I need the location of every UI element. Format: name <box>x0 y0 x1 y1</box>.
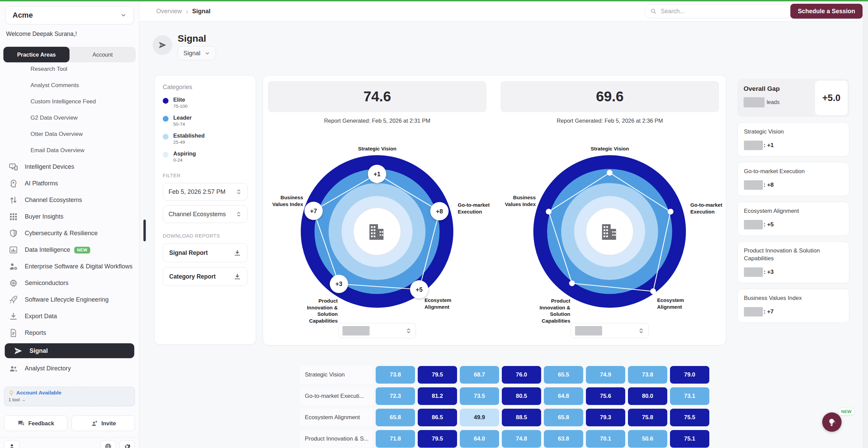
org-selector[interactable]: Acme <box>5 6 134 24</box>
grid-icon <box>9 212 18 221</box>
heat-cell[interactable]: 75.8 <box>628 409 667 426</box>
heat-cell[interactable]: 49.9 <box>460 409 499 426</box>
heat-cell[interactable]: 80.5 <box>502 387 541 405</box>
legend-range: 25-49 <box>173 140 205 145</box>
heat-cell[interactable]: 73.8 <box>628 366 667 384</box>
page-scrollbar[interactable] <box>863 1 868 448</box>
profile-button[interactable] <box>4 440 20 448</box>
heat-cell[interactable]: 65.5 <box>544 366 583 384</box>
account-available-card[interactable]: Account Available 1 tool → <box>4 387 135 406</box>
settings-button[interactable] <box>119 440 135 448</box>
sidebar-item-enterprise-software-digital-workflows[interactable]: Enterprise Software & Digital Workflows <box>0 258 139 275</box>
sidebar-subitem-g2-data-overview[interactable]: G2 Data Overview <box>0 110 139 126</box>
heat-cell[interactable]: 75.6 <box>586 387 625 405</box>
sidebar-item-ai-platforms[interactable]: AI Platforms <box>0 175 139 192</box>
sidebar-subitem-research-tool[interactable]: Research Tool <box>0 64 139 77</box>
legend-dot <box>163 152 169 158</box>
overall-gap-leads-text: leads <box>767 99 780 105</box>
radar-node <box>668 209 673 215</box>
sidebar-item-software-lifecycle-engineering[interactable]: Software Lifecycle Engineering <box>0 291 139 308</box>
heat-cell[interactable]: 81.2 <box>418 387 457 405</box>
heat-cell[interactable]: 71.8 <box>376 430 415 448</box>
breadcrumb-overview[interactable]: Overview <box>156 8 182 15</box>
legend-item-aspiring[interactable]: Aspiring0-24 <box>163 150 248 163</box>
search-input[interactable] <box>660 7 788 15</box>
sidebar-item-channel-ecosystems[interactable]: Channel Ecosystems <box>0 192 139 208</box>
heat-cell[interactable]: 74.9 <box>586 366 625 384</box>
sidebar-subitem-otter-data-overview[interactable]: Otter Data Overview <box>0 126 139 142</box>
sidebar-item-analyst-directory[interactable]: Analyst Directory <box>0 360 139 377</box>
tab-account[interactable]: Account <box>70 47 136 62</box>
schedule-session-button[interactable]: Schedule a Session <box>790 4 863 19</box>
heat-row-label: Product Innovation & S... <box>300 430 373 448</box>
category-report-download-button[interactable]: Category Report <box>163 267 248 286</box>
feedback-button[interactable]: Feedback <box>4 415 67 431</box>
heat-cell[interactable]: 68.7 <box>460 366 499 384</box>
sidebar-item-export-data[interactable]: Export Data <box>0 308 139 325</box>
chip-icon <box>9 279 18 288</box>
sidebar-item-data-intelligence[interactable]: Data IntelligenceNEW <box>0 242 139 258</box>
signal-report-download-button[interactable]: Signal Report <box>163 243 248 262</box>
axis-label-strategic-vision: Strategic Vision <box>268 145 487 152</box>
redacted-vendor-name <box>342 326 370 335</box>
sidebar-item-buyer-insights[interactable]: Buyer Insights <box>0 208 139 225</box>
heat-cell[interactable]: 50.6 <box>628 430 667 448</box>
category-filter-select[interactable]: Channel Ecosystems <box>163 205 248 223</box>
sidebar-scrollbar-thumb[interactable] <box>143 220 146 241</box>
radar-node <box>569 280 575 286</box>
heat-cell[interactable]: 65.8 <box>544 409 583 426</box>
sidebar-item-signal[interactable]: Signal <box>5 343 134 358</box>
chart-vendor-selector[interactable] <box>338 323 416 338</box>
sidebar-item-intelligent-devices[interactable]: Intelligent Devices <box>0 159 139 175</box>
categories-title: Categories <box>163 84 248 91</box>
sidebar-subitem-analyst-comments[interactable]: Analyst Comments <box>0 77 139 94</box>
heat-cell[interactable]: 72.3 <box>376 387 415 405</box>
date-filter-select[interactable]: Feb 5, 2026 2:57 PM <box>163 183 248 201</box>
heat-cell[interactable]: 79.5 <box>418 430 457 448</box>
heat-cell[interactable]: 73.5 <box>460 387 499 405</box>
heat-cell[interactable]: 64.0 <box>460 430 499 448</box>
sidebar-item-cybersecurity-resilience[interactable]: Cybersecurity & Resilience <box>0 225 139 242</box>
legend-item-established[interactable]: Established25-49 <box>163 133 248 145</box>
people-icon <box>9 364 18 373</box>
gap-badge: +3 <box>330 275 348 293</box>
invite-label: Invite <box>101 420 116 427</box>
score-banner: 69.6 <box>500 81 719 112</box>
heat-cell[interactable]: 65.8 <box>376 409 415 426</box>
language-button[interactable] <box>100 440 116 448</box>
sidebar-item-semiconductors[interactable]: Semiconductors <box>0 275 139 291</box>
legend-item-leader[interactable]: Leader50-74 <box>163 115 248 127</box>
tab-practice-areas[interactable]: Practice Areas <box>3 47 70 62</box>
chart-vendor-selector[interactable] <box>571 323 649 338</box>
heat-cell[interactable]: 88.5 <box>502 409 541 426</box>
categories-legend: Elite75-100Leader50-74Established25-49As… <box>163 97 248 163</box>
heat-cell[interactable]: 79.0 <box>670 366 709 384</box>
heat-cell[interactable]: 73.8 <box>376 366 415 384</box>
heat-cell[interactable]: 80.0 <box>628 387 667 405</box>
heat-cell[interactable]: 73.1 <box>670 387 709 405</box>
heat-cell[interactable]: 63.8 <box>544 430 583 448</box>
heat-cell[interactable]: 79.5 <box>418 366 457 384</box>
sidebar-subitem-email-data-overview[interactable]: Email Data Overview <box>0 142 139 159</box>
redacted-vendor-name <box>575 326 602 335</box>
signal-type-selector[interactable]: Signal <box>178 46 216 60</box>
heat-cell[interactable]: 74.8 <box>502 430 541 448</box>
heat-cell[interactable]: 75.1 <box>670 430 709 448</box>
heat-cell[interactable]: 64.8 <box>544 387 583 405</box>
gap-card-label: Ecosystem Alignment <box>744 207 843 215</box>
heat-cell[interactable]: 76.0 <box>502 366 541 384</box>
svg-text:+3: +3 <box>335 281 342 287</box>
invite-button[interactable]: Invite <box>72 415 135 431</box>
breadcrumb-separator-icon: › <box>186 7 188 15</box>
gap-card-value: : +1 <box>764 142 774 149</box>
assistant-button[interactable] <box>822 412 842 432</box>
heat-cell[interactable]: 70.1 <box>586 430 625 448</box>
legend-range: 50-74 <box>173 122 192 127</box>
sidebar-subitem-custom-intelligence-feed[interactable]: Custom Intelligence Feed <box>0 94 139 110</box>
heat-cell[interactable]: 79.3 <box>586 409 625 426</box>
heat-cell[interactable]: 75.5 <box>670 409 709 426</box>
legend-item-elite[interactable]: Elite75-100 <box>163 97 248 109</box>
gap-card-label: Go-to-market Execution <box>744 168 843 176</box>
heat-cell[interactable]: 86.5 <box>418 409 457 426</box>
sidebar-item-reports[interactable]: Reports <box>0 325 139 341</box>
